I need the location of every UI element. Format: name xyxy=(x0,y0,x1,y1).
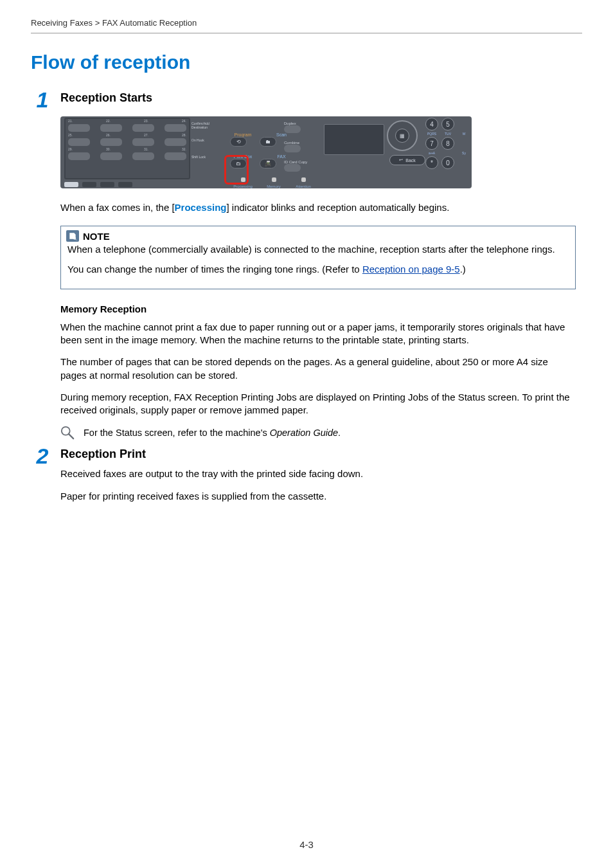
function-labels: Duplex Combine ID Card Copy xyxy=(284,118,323,176)
key-4-sub: PQRS xyxy=(425,132,438,136)
back-icon: ↩ xyxy=(399,158,403,163)
program-label: Program xyxy=(230,132,256,137)
page-number: 4-3 xyxy=(0,839,613,850)
ref-pre: For the Status screen, refer to the mach… xyxy=(84,428,270,438)
breadcrumb: Receiving Faxes > FAX Automatic Receptio… xyxy=(31,18,582,33)
note-icon xyxy=(66,230,79,242)
lcd-screen xyxy=(324,124,384,155)
key-label: 21. xyxy=(68,119,73,123)
duplex-label: Duplex xyxy=(284,122,296,125)
program-button: ⟲ xyxy=(230,137,247,147)
reference-row: For the Status screen, refer to the mach… xyxy=(60,426,576,440)
key-label: 29. xyxy=(68,147,73,151)
key-label: 26. xyxy=(106,133,111,137)
step2-p2: Paper for printing received faxes is sup… xyxy=(60,490,582,503)
key-5: 5 xyxy=(441,118,454,131)
key-4: 4 xyxy=(425,118,438,131)
ref-italic: Operation Guide xyxy=(270,428,338,438)
onhook-label: On Hook xyxy=(191,137,213,154)
note-p2-post: .) xyxy=(460,264,466,275)
processing-indicator-label: Processing xyxy=(230,185,256,188)
side-labels: Confirm/Add Destination On Hook Shift Lo… xyxy=(191,120,213,164)
scan-button: 🖿 xyxy=(260,137,276,147)
key-label: 27. xyxy=(144,133,148,137)
memory-p3: During memory reception, FAX Reception P… xyxy=(60,391,576,417)
step-2-title: Reception Print xyxy=(60,448,582,461)
step-2-number: 2 xyxy=(31,445,60,467)
confirm-label: Confirm/Add Destination xyxy=(191,120,213,137)
key-label: 22. xyxy=(106,119,111,123)
key-blank-sub xyxy=(441,151,454,155)
svg-line-1 xyxy=(75,239,76,240)
idcard-label: ID Card Copy xyxy=(284,160,307,164)
step-2: 2 Reception Print Received faxes are out… xyxy=(31,448,582,512)
memory-reception-heading: Memory Reception xyxy=(60,303,576,314)
nav-wheel: ▦ xyxy=(387,120,419,152)
bottom-locks xyxy=(64,182,132,187)
note-box: NOTE When a telephone (commercially avai… xyxy=(60,226,576,289)
key-star: * xyxy=(425,156,438,169)
note-p2-pre: You can change the number of times the r… xyxy=(67,264,362,275)
back-label: Back xyxy=(405,158,416,163)
attention-indicator-label: Attention xyxy=(290,185,316,188)
key-label: 23. xyxy=(144,119,148,123)
key-label: 30. xyxy=(106,147,111,151)
svg-line-3 xyxy=(69,434,73,439)
key-label: 24. xyxy=(182,119,186,123)
key-label: 28. xyxy=(182,133,186,137)
key-0: 0 xyxy=(441,156,454,169)
key-label: 31. xyxy=(144,147,148,151)
key-case-sub: a⇔A xyxy=(425,151,438,155)
back-button: ↩Back xyxy=(389,155,425,165)
reference-text: For the Status screen, refer to the mach… xyxy=(84,426,341,440)
memory-indicator xyxy=(272,177,276,182)
fax-button: 📠 xyxy=(260,159,276,168)
ref-post: . xyxy=(338,428,341,438)
key-8: 8 xyxy=(441,137,454,150)
processing-keyword: Processing xyxy=(175,202,227,213)
step-1-number: 1 xyxy=(31,89,60,111)
processing-highlight xyxy=(224,155,249,185)
key-6-sub: W xyxy=(458,132,470,136)
intro-text: When a fax comes in, the [Processing] in… xyxy=(60,201,576,214)
control-panel-figure: 21.22.23.24. 25.26.27.28. 29.30.31.32. C… xyxy=(60,116,576,188)
attention-indicator xyxy=(301,177,306,182)
page-title: Flow of reception xyxy=(31,51,582,73)
note-p2: You can change the number of times the r… xyxy=(67,263,569,276)
memory-p2: The number of pages that can be stored d… xyxy=(60,356,576,382)
step-1: 1 Reception Starts xyxy=(31,91,582,111)
key-label: 25. xyxy=(68,133,73,137)
intro-pre: When a fax comes in, the [ xyxy=(60,202,175,213)
reception-link[interactable]: Reception on page 9-5 xyxy=(362,264,460,275)
intro-post: ] indicator blinks and reception automat… xyxy=(226,202,449,213)
step2-p1: Received faxes are output to the tray wi… xyxy=(60,467,582,480)
memory-p1: When the machine cannot print a fax due … xyxy=(60,321,576,347)
one-touch-keys: 21.22.23.24. 25.26.27.28. 29.30.31.32. xyxy=(64,118,190,179)
key-sym-sub: Sy xyxy=(458,151,470,155)
numeric-keypad: 45 PQRSTUVW 78 a⇔ASy *0 xyxy=(425,118,470,169)
note-label: NOTE xyxy=(83,231,110,242)
combine-label: Combine xyxy=(284,141,299,145)
step-1-title: Reception Starts xyxy=(60,91,582,105)
magnifier-icon xyxy=(60,426,75,440)
shiftlock-label: Shift Lock xyxy=(191,154,213,164)
key-5-sub: TUV xyxy=(441,132,454,136)
key-label: 32. xyxy=(182,147,186,151)
memory-indicator-label: Memory xyxy=(261,185,287,188)
note-p1: When a telephone (commercially available… xyxy=(67,243,569,256)
key-7: 7 xyxy=(425,137,438,150)
